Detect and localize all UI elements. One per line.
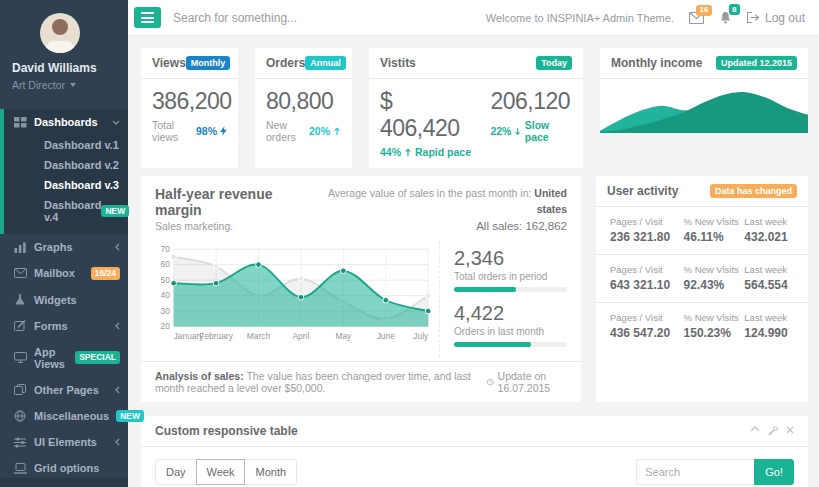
grid-icon: [14, 117, 27, 128]
visits-value-1: $ 406,420: [380, 88, 472, 142]
week-button[interactable]: Week: [196, 459, 246, 485]
sub-item-label: Dashboard v.1: [44, 139, 119, 151]
logout-button[interactable]: Log out: [747, 11, 805, 25]
sales-country: United states: [534, 187, 567, 215]
panel-title: Half-year revenue margin: [155, 186, 312, 218]
orders-month-label: Orders in last month: [454, 326, 567, 337]
sidebar-item-widgets[interactable]: Widgets: [0, 287, 128, 313]
svg-text:March: March: [247, 330, 271, 340]
analysis-text: Analysis of sales: The value has been ch…: [155, 370, 487, 394]
avatar: [40, 13, 80, 53]
sidebar-item-miscellaneous[interactable]: Miscellaneous NEW: [0, 403, 128, 430]
monthly-income-chart: [600, 83, 808, 133]
sub-item-label: Dashboard v.4: [44, 199, 101, 223]
sidebar-item-other-pages[interactable]: Other Pages: [0, 377, 128, 403]
monthly-badge: Monthly: [186, 56, 231, 70]
day-button[interactable]: Day: [155, 459, 197, 485]
table-search-input[interactable]: [636, 459, 754, 485]
panel-title: User activity: [607, 184, 678, 198]
wrench-icon[interactable]: [768, 426, 778, 436]
sidebar-item-app-views[interactable]: App Views SPECIAL: [0, 339, 128, 377]
orders-period-label: Total orders in period: [454, 271, 567, 282]
updated-badge: Updated 12.2015: [716, 56, 797, 70]
close-icon[interactable]: [786, 426, 794, 436]
all-sales: All sales: 162,862: [312, 218, 567, 235]
sidebar-item-mailbox[interactable]: Mailbox 16/24: [0, 260, 128, 287]
svg-text:20: 20: [161, 321, 171, 331]
sales-summary: Average value of sales in the past month…: [312, 186, 567, 235]
sidebar-item-dashboard-v4[interactable]: Dashboard v.4 NEW: [4, 195, 128, 227]
table-controls: Day Week Month Go!: [155, 459, 794, 485]
level-up-icon: [404, 148, 412, 157]
chevron-left-icon: [115, 243, 120, 251]
sidebar-item-label: UI Elements: [34, 436, 97, 448]
dashboards-submenu: Dashboard v.1 Dashboard v.2 Dashboard v.…: [4, 135, 128, 234]
clock-icon: [487, 377, 494, 387]
sidebar-item-label: Widgets: [34, 294, 77, 306]
user-activity-panel: User activity Data has changed Pages / V…: [596, 176, 808, 402]
navbar-right: Welcome to INSPINIA+ Admin Theme. 16 8 L…: [486, 11, 805, 25]
month-button[interactable]: Month: [244, 459, 297, 485]
svg-text:April: April: [293, 330, 310, 340]
globe-icon: [14, 410, 27, 422]
panel-subtitle: Sales marketing.: [155, 220, 312, 232]
svg-text:60: 60: [161, 259, 171, 269]
revenue-panel: Half-year revenue margin Sales marketing…: [141, 176, 581, 402]
revenue-chart: 203040506070JanuaryFebruaryMarchAprilMay…: [155, 241, 431, 345]
mid-row: Half-year revenue margin Sales marketing…: [141, 176, 808, 402]
card-title: Vistits: [380, 56, 416, 70]
sidebar-item-label: Graphs: [34, 241, 73, 253]
pencil-square-icon: [14, 320, 27, 331]
files-icon: [14, 384, 27, 395]
user-role-label: Art Director: [12, 79, 65, 91]
user-activity-rows: Pages / Visit236 321.80 % New Visits46.1…: [596, 207, 808, 350]
alerts-count-badge: 8: [729, 4, 740, 15]
desktop-icon: [14, 352, 27, 363]
visits-col-2: 206,120 22% Slow pace: [490, 88, 572, 158]
menu-toggle-button[interactable]: [134, 7, 161, 28]
sidebar-item-label: Dashboards: [34, 116, 98, 128]
panel-title: Custom responsive table: [155, 424, 298, 438]
user-role-dropdown[interactable]: Art Director: [12, 79, 116, 91]
sidebar-item-forms[interactable]: Forms: [0, 313, 128, 339]
search-input[interactable]: [173, 11, 474, 25]
sidebar-item-label: App Views: [34, 346, 68, 370]
data-changed-badge: Data has changed: [710, 184, 797, 198]
progress-track: [454, 342, 567, 347]
sidebar-item-ui-elements[interactable]: UI Elements: [0, 429, 128, 455]
chevron-left-icon: [115, 322, 120, 330]
range-button-group: Day Week Month: [155, 459, 297, 485]
messages-button[interactable]: 16: [689, 12, 704, 24]
dashboard-page: David Williams Art Director Dashboards D…: [0, 0, 819, 487]
visits-delta-1: 44% Rapid pace: [380, 146, 471, 158]
sidebar-item-dashboard-v1[interactable]: Dashboard v.1: [4, 135, 128, 155]
sidebar-footer-strip: [0, 478, 128, 487]
special-badge: SPECIAL: [75, 351, 120, 364]
alerts-button[interactable]: 8: [719, 11, 732, 24]
sign-out-icon: [747, 12, 760, 23]
sub-item-label: Dashboard v.2: [44, 159, 119, 171]
laptop-icon: [14, 463, 27, 474]
logout-label: Log out: [765, 11, 805, 25]
svg-text:70: 70: [161, 244, 171, 254]
annual-badge: Annual: [305, 56, 346, 70]
collapse-icon[interactable]: [750, 426, 760, 436]
bar-chart-icon: [14, 242, 27, 253]
top-navbar: Welcome to INSPINIA+ Admin Theme. 16 8 L…: [128, 0, 819, 36]
go-button[interactable]: Go!: [754, 459, 794, 485]
chevron-left-icon: [115, 386, 120, 394]
update-info: Update on 16.07.2015: [487, 370, 567, 394]
flask-icon: [14, 294, 27, 305]
messages-count-badge: 16: [696, 5, 712, 16]
sidebar-item-dashboard-v3[interactable]: Dashboard v.3: [4, 175, 128, 195]
today-badge: Today: [536, 56, 572, 70]
orders-card: Orders Annual 80,800 New orders 20%: [255, 48, 352, 168]
sidebar-item-graphs[interactable]: Graphs: [0, 234, 128, 260]
sidebar-nav: Dashboards Dashboard v.1 Dashboard v.2 D…: [0, 109, 128, 487]
activity-row: Pages / Visit643 321.10 % New Visits92.4…: [596, 255, 808, 303]
sidebar-item-dashboard-v2[interactable]: Dashboard v.2: [4, 155, 128, 175]
sidebar-item-dashboards[interactable]: Dashboards: [4, 109, 128, 135]
monthly-income-card: Monthly income Updated 12.2015: [600, 48, 808, 133]
progress-fill: [454, 287, 516, 292]
views-delta: 98%: [196, 125, 227, 137]
